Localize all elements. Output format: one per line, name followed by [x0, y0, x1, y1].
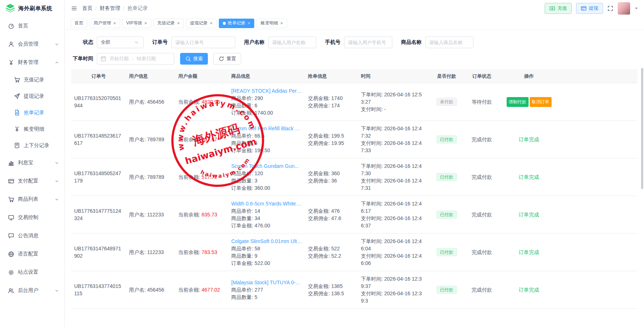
sidebar-item-finance[interactable]: 财务管理	[0, 53, 64, 72]
order-no-cell: UB17763148523617617	[71, 132, 126, 147]
tab-recharge-records[interactable]: 充值记录×	[153, 19, 184, 28]
sidebar-item-recharge-records[interactable]: 充值记录	[0, 72, 64, 88]
grab-info-cell: 交易金额: 1740交易佣金: 174	[305, 95, 358, 109]
time-cell: 下单时间: 2026-04-16 12:47:30支付时间: 2026-04-1…	[358, 162, 427, 192]
cancel-order-button[interactable]: 取消订单	[530, 97, 552, 107]
chevron-down-icon	[54, 161, 59, 165]
table-row: UB17763147775124324用户名: 112233当前余额: 835.…	[71, 196, 637, 234]
force-pay-button[interactable]: 强制付款	[507, 97, 529, 107]
scrollbar-thumb[interactable]	[641, 68, 643, 189]
product-title-link[interactable]: [Malaysia Stock] TUTUYA 0-3 Ye...	[231, 279, 302, 286]
tab-home[interactable]: 首页	[71, 19, 87, 28]
sidebar-item-label: 财务管理	[18, 59, 38, 66]
filter-row-1: 状态 全部 订单号 用户名称 手机	[71, 36, 637, 48]
order-status-cell: 完成付款	[466, 286, 498, 293]
product-title-link[interactable]: Colgate SlimSoft 0.01mm Ultra ...	[231, 238, 302, 245]
sidebar-item-grab-records[interactable]: 抢单记录	[0, 104, 64, 121]
order-time: 下单时间: 2026-04-16 12:47:30	[361, 162, 424, 177]
product-unit-price: 商品单价: 14	[231, 207, 302, 215]
sidebar-item-account-changes[interactable]: 账变明细	[0, 121, 64, 137]
user-name-input[interactable]	[268, 36, 316, 48]
tab-label: 提现记录	[190, 20, 207, 26]
app-root: 海外刷单系统 首页会员管理财务管理充值记录提现记录抢单记录账变明细上下分记录利息…	[0, 0, 644, 327]
topbar: 首页/财务管理/抢单记录 充值 提现	[65, 0, 644, 17]
cart-icon	[14, 77, 20, 83]
table-body: UB17763152070501944用户名: 456456当前余额: 4820…	[71, 83, 637, 309]
balance-value: 835.73	[202, 212, 217, 218]
withdraw-button-label: 提现	[589, 5, 598, 12]
pay-status-cell: 未付款	[427, 98, 466, 106]
menu-collapse-icon[interactable]	[71, 5, 77, 11]
product-info-cell: Screen Touch Gundam Gun...商品单价: 120商品数量:…	[228, 162, 305, 192]
book-icon	[14, 142, 20, 149]
breadcrumb-item[interactable]: 财务管理	[100, 5, 120, 12]
operations-cell: 订单完成	[498, 136, 560, 143]
tab-close-icon[interactable]: ×	[280, 21, 283, 26]
sidebar-item-members[interactable]: 会员管理	[0, 35, 64, 53]
date-range-input[interactable]: 开始日期 - 结束日期	[97, 53, 174, 65]
search-button-label: 搜索	[193, 55, 203, 62]
tab-grab-records[interactable]: 抢单记录×	[219, 19, 255, 28]
pay-status-badge: 未付款	[437, 98, 457, 106]
order-no-input[interactable]	[171, 36, 235, 48]
tab-close-icon[interactable]: ×	[210, 21, 213, 26]
reset-button[interactable]: 重置	[213, 53, 241, 65]
tab-vip-level[interactable]: VIP等级×	[122, 19, 151, 28]
balance-value: 783.53	[202, 249, 217, 255]
sidebar-item-label: 语言配置	[18, 251, 38, 257]
sidebar-item-product-list[interactable]: 商品列表	[0, 190, 64, 208]
recharge-button[interactable]: 充值	[545, 3, 572, 14]
tab-close-icon[interactable]: ×	[248, 21, 251, 26]
chevron-up-icon	[54, 60, 59, 65]
product-order-amount: 订单金额: 1740.00	[231, 109, 302, 116]
sidebar-item-admin-users[interactable]: 后台用户	[0, 281, 64, 300]
product-title-link[interactable]: 0.5mm Gel Pen Refill Black Red ...	[231, 125, 302, 132]
sidebar-item-payment-config[interactable]: 支付配置	[0, 172, 64, 190]
pay-time: 支付时间: 2026-04-16 12:47:31	[361, 177, 424, 192]
sidebar-item-language-config[interactable]: 语言配置	[0, 245, 64, 263]
topbar-actions: 充值 提现	[545, 2, 638, 15]
withdraw-button[interactable]: 提现	[576, 3, 603, 14]
sidebar-item-label: 后台用户	[18, 287, 38, 294]
sidebar-item-updown-records[interactable]: 上下分记录	[0, 137, 64, 154]
grab-info-cell: 交易金额: 1385交易佣金: 138.5	[305, 282, 358, 297]
sidebar: 海外刷单系统 首页会员管理财务管理充值记录提现记录抢单记录账变明细上下分记录利息…	[0, 0, 65, 327]
fullscreen-icon[interactable]	[607, 5, 613, 11]
tab-user-management[interactable]: 用户管理×	[89, 19, 120, 28]
tab-close-icon[interactable]: ×	[144, 21, 147, 26]
app-logo[interactable]: 海外刷单系统	[0, 0, 64, 17]
sidebar-item-trade-control[interactable]: 交易控制	[0, 208, 64, 227]
sidebar-item-home[interactable]: 首页	[0, 17, 64, 35]
sidebar-item-announcements[interactable]: 公告消息	[0, 227, 64, 245]
column-header-order-no: 订单号	[71, 73, 126, 80]
tab-account-changes[interactable]: 账变明细×	[256, 19, 287, 28]
sidebar-item-withdraw-records[interactable]: 提现记录	[0, 88, 64, 104]
product-title-link[interactable]: Screen Touch Gundam Gun...	[231, 162, 302, 170]
avatar[interactable]	[618, 2, 630, 15]
sidebar-item-interest[interactable]: 利息宝	[0, 154, 64, 172]
product-title-link[interactable]: [READY STOCK] Adidas Perfor...	[231, 87, 302, 95]
sidebar-item-site-settings[interactable]: 站点设置	[0, 263, 64, 281]
phone-input[interactable]	[344, 36, 392, 48]
tab-withdraw-records[interactable]: 提现记录×	[186, 19, 217, 28]
trade-commission: 交易佣金: 47.6	[308, 215, 355, 222]
pay-status-badge: 已付款	[437, 173, 457, 181]
breadcrumb-item[interactable]: 首页	[82, 5, 92, 12]
product-title-link[interactable]: Width 0.6-5cm 5Yards White Bla...	[231, 200, 302, 207]
sidebar-menu: 首页会员管理财务管理充值记录提现记录抢单记录账变明细上下分记录利息宝支付配置商品…	[0, 17, 64, 300]
status-select[interactable]: 全部	[97, 36, 144, 48]
order-no-cell: UB17763147648971902	[71, 245, 126, 259]
product-quantity: 商品数量: 5	[231, 293, 302, 301]
operations-cell: 订单完成	[498, 286, 560, 293]
pay-status-badge: 已付款	[437, 211, 457, 219]
user-menu-caret-icon[interactable]	[635, 7, 638, 10]
sidebar-item-label: 账变明细	[24, 126, 44, 132]
yen-icon	[8, 59, 14, 66]
user-info-cell: 用户名: 789789	[126, 173, 175, 181]
column-header-time: 时间	[358, 73, 427, 80]
tab-close-icon[interactable]: ×	[113, 21, 116, 26]
product-name-input[interactable]	[425, 36, 473, 48]
search-button[interactable]: 搜索	[180, 53, 208, 65]
tab-close-icon[interactable]: ×	[177, 21, 180, 26]
product-unit-price: 商品单价: 277	[231, 286, 302, 293]
